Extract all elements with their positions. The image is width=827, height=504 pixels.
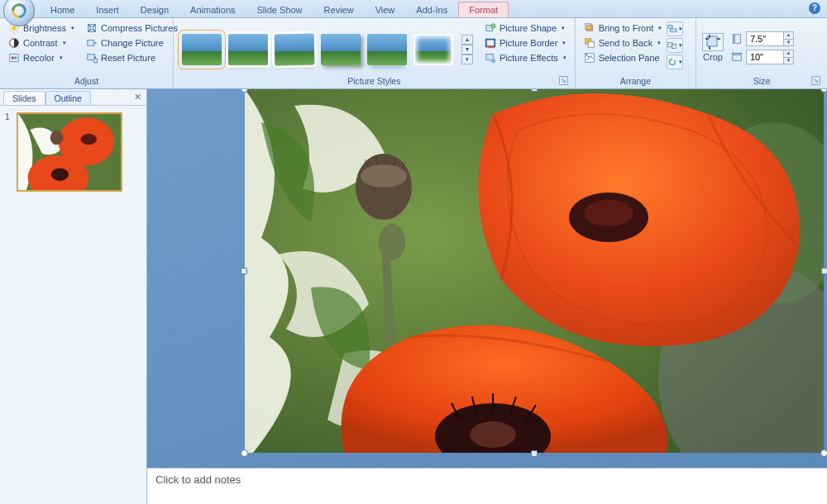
resize-handle-sw[interactable] (241, 449, 248, 457)
tab-view[interactable]: View (365, 2, 406, 17)
picture-style-item[interactable] (182, 34, 222, 65)
tab-addins[interactable]: Add-Ins (405, 2, 458, 17)
slides-tab[interactable]: Slides (3, 91, 45, 105)
svg-point-45 (361, 164, 407, 188)
svg-rect-19 (486, 40, 495, 47)
rotate-button[interactable]: ▾ (667, 55, 683, 69)
brightness-label: Brightness (23, 23, 66, 33)
tab-slideshow[interactable]: Slide Show (246, 2, 313, 17)
svg-rect-15 (88, 40, 94, 46)
pane-close-icon[interactable]: ✕ (134, 92, 141, 102)
change-picture-icon (86, 37, 98, 49)
dropdown-arrow-icon: ▾ (60, 55, 63, 61)
gallery-scroll-down[interactable]: ▼ (461, 45, 473, 55)
group-label-adjust: Adjust (5, 74, 168, 88)
tab-animations[interactable]: Animations (179, 2, 246, 17)
picture-border-icon (485, 37, 496, 49)
compress-label: Compress Pictures (101, 23, 178, 33)
recolor-label: Recolor (23, 53, 55, 63)
picture-border-label: Picture Border (500, 38, 557, 48)
width-icon (731, 51, 743, 63)
bring-to-front-button[interactable]: Bring to Front▾ (581, 21, 666, 35)
svg-point-51 (379, 224, 405, 260)
picture-effects-button[interactable]: Picture Effects▾ (481, 51, 570, 64)
bring-to-front-label: Bring to Front (599, 23, 654, 33)
dialog-launcher[interactable]: ↘ (811, 76, 820, 85)
dropdown-arrow-icon: ▾ (563, 55, 566, 61)
selection-pane-icon (584, 52, 595, 64)
tab-home[interactable]: Home (40, 2, 85, 17)
change-picture-button[interactable]: Change Picture (83, 36, 181, 50)
compress-icon (86, 22, 98, 34)
group-picture-styles: ▲ ▼ ▾ Picture Shape▾ Picture Border▾ Pic… (174, 18, 576, 88)
picture-effects-label: Picture Effects (500, 53, 558, 63)
svg-rect-23 (586, 26, 592, 31)
spin-up[interactable]: ▲ (783, 32, 793, 39)
resize-handle-n[interactable] (531, 89, 538, 92)
group-adjust: Brightness▾ Contrast▾ Recolor▾ Compress … (0, 18, 174, 88)
gallery-scroll-up[interactable]: ▲ (461, 35, 473, 45)
picture-styles-gallery: ▲ ▼ ▾ (179, 21, 476, 74)
picture-border-button[interactable]: Picture Border▾ (481, 36, 570, 50)
picture-shape-button[interactable]: Picture Shape▾ (481, 21, 570, 35)
slides-pane: Slides Outline ✕ 1 (0, 89, 147, 504)
spin-up[interactable]: ▲ (783, 50, 793, 57)
spin-down[interactable]: ▼ (783, 57, 793, 64)
svg-rect-20 (488, 46, 494, 49)
picture-shape-label: Picture Shape (500, 23, 557, 33)
resize-handle-se[interactable] (820, 449, 827, 457)
group-size: Crop ▲▼ ▲▼ Size↘ (696, 18, 827, 88)
width-input[interactable] (747, 52, 783, 62)
svg-point-60 (470, 421, 516, 448)
dialog-launcher[interactable]: ↘ (559, 76, 568, 85)
reset-picture-button[interactable]: Reset Picture (83, 51, 181, 64)
picture-style-item[interactable] (275, 34, 315, 66)
selected-picture[interactable] (245, 89, 824, 453)
dropdown-arrow-icon: ▾ (71, 25, 74, 31)
svg-rect-32 (707, 36, 717, 46)
selection-pane-button[interactable]: Selection Pane (581, 51, 666, 64)
notes-pane[interactable]: Click to add notes (147, 468, 827, 504)
resize-handle-e[interactable] (821, 268, 827, 274)
gallery-more[interactable]: ▾ (461, 55, 473, 64)
picture-effects-icon (485, 52, 496, 64)
tab-format[interactable]: Format (458, 2, 509, 17)
crop-button[interactable]: Crop (701, 51, 724, 63)
tab-insert[interactable]: Insert (85, 2, 130, 17)
picture-style-item[interactable] (414, 34, 453, 65)
slide-thumbnail[interactable] (17, 112, 122, 192)
workspace: Slides Outline ✕ 1 (0, 89, 827, 504)
help-icon[interactable]: ? (809, 2, 820, 14)
group-button[interactable]: ▾ (667, 38, 683, 53)
resize-handle-s[interactable] (531, 450, 538, 457)
gallery-scroll: ▲ ▼ ▾ (461, 35, 473, 64)
resize-handle-w[interactable] (241, 268, 247, 274)
group-label-picture-styles: Picture Styles↘ (179, 74, 570, 88)
outline-tab[interactable]: Outline (45, 91, 91, 105)
width-spinner[interactable]: ▲▼ (746, 50, 794, 64)
contrast-label: Contrast (23, 38, 58, 48)
svg-point-12 (12, 56, 15, 59)
svg-rect-28 (668, 26, 672, 28)
height-spinner[interactable]: ▲▼ (746, 31, 794, 46)
spin-down[interactable]: ▼ (783, 39, 793, 45)
svg-rect-16 (88, 55, 95, 60)
height-input[interactable] (747, 34, 783, 44)
picture-style-item[interactable] (321, 34, 361, 65)
send-to-back-button[interactable]: Send to Back▾ (581, 36, 666, 50)
change-picture-label: Change Picture (101, 38, 164, 48)
svg-rect-26 (588, 41, 594, 47)
picture-style-item[interactable] (367, 34, 407, 65)
tab-design[interactable]: Design (130, 2, 179, 17)
svg-point-13 (14, 56, 17, 59)
dropdown-arrow-icon: ▾ (657, 40, 661, 46)
slide-edit-area[interactable] (147, 89, 827, 468)
svg-point-22 (491, 59, 495, 63)
recolor-button[interactable]: Recolor▾ (5, 51, 78, 64)
tab-review[interactable]: Review (313, 2, 365, 17)
compress-pictures-button[interactable]: Compress Pictures (83, 21, 181, 35)
reset-picture-icon (86, 52, 98, 64)
picture-style-item[interactable] (228, 34, 268, 65)
contrast-button[interactable]: Contrast▾ (5, 36, 78, 50)
align-button[interactable]: ▾ (667, 21, 683, 36)
